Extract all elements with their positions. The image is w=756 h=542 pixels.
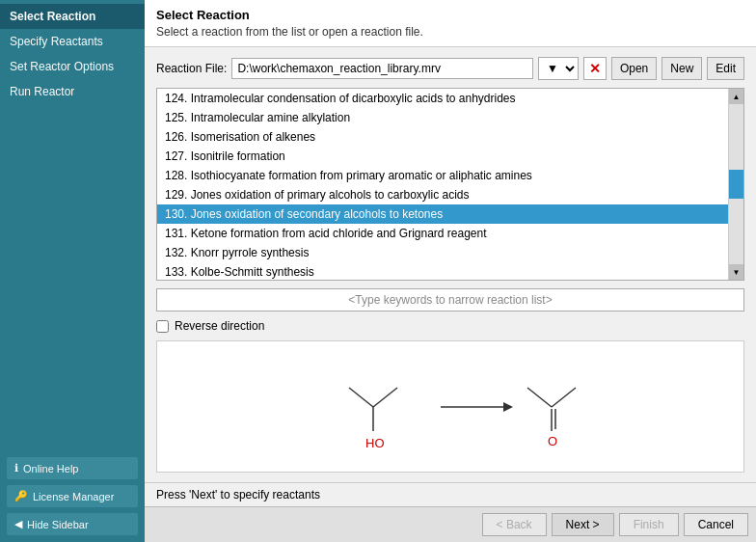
open-file-button[interactable]: Open	[611, 57, 657, 80]
reaction-list-item[interactable]: 127. Isonitrile formation	[157, 147, 728, 166]
main-content: Select Reaction Select a reaction from t…	[145, 0, 756, 542]
reverse-direction-row: Reverse direction	[156, 319, 744, 333]
svg-marker-5	[503, 402, 513, 412]
svg-line-7	[552, 388, 576, 407]
svg-line-0	[349, 388, 373, 407]
status-text: Press 'Next' to specify reactants	[156, 488, 320, 501]
reaction-list-item[interactable]: 132. Knorr pyrrole synthesis	[157, 243, 728, 262]
reaction-list-wrapper: 124. Intramolecular condensation of dica…	[156, 88, 744, 281]
finish-button[interactable]: Finish	[619, 513, 679, 536]
hide-icon: ◀	[14, 518, 22, 530]
svg-text:HO: HO	[365, 436, 385, 450]
svg-text:O: O	[548, 434, 557, 448]
next-button[interactable]: Next >	[552, 513, 614, 536]
reverse-direction-checkbox[interactable]	[156, 320, 169, 333]
reaction-diagram: HO O	[157, 354, 743, 460]
reaction-preview: HO O	[156, 340, 744, 473]
clear-file-button[interactable]: ✕	[583, 57, 607, 80]
help-icon: ℹ	[14, 462, 18, 474]
sidebar-item-set-reactor-options[interactable]: Set Reactor Options	[0, 54, 145, 79]
key-icon: 🔑	[14, 490, 28, 502]
svg-line-6	[527, 388, 552, 407]
svg-line-1	[373, 388, 397, 407]
cancel-button[interactable]: Cancel	[684, 513, 748, 536]
status-bar: Press 'Next' to specify reactants	[145, 482, 756, 506]
reaction-list-item[interactable]: 128. Isothiocyanate formation from prima…	[157, 166, 728, 185]
reaction-list-item[interactable]: 126. Isomerisation of alkenes	[157, 127, 728, 147]
search-box[interactable]: <Type keywords to narrow reaction list>	[156, 288, 744, 312]
sidebar-item-select-reaction[interactable]: Select Reaction	[0, 4, 145, 29]
online-help-button[interactable]: ℹ Online Help	[6, 456, 139, 480]
hide-sidebar-button[interactable]: ◀ Hide Sidebar	[6, 512, 139, 536]
scroll-thumb[interactable]	[729, 170, 743, 199]
content-area: Reaction File: ▼ ✕ Open New Edit 124. In…	[145, 47, 756, 482]
header: Select Reaction Select a reaction from t…	[145, 0, 756, 47]
edit-file-button[interactable]: Edit	[707, 57, 744, 80]
reverse-direction-label[interactable]: Reverse direction	[175, 319, 264, 333]
reaction-file-label: Reaction File:	[156, 62, 227, 75]
sidebar-nav: Select Reaction Specify Reactants Set Re…	[0, 0, 145, 450]
reaction-list: 124. Intramolecular condensation of dica…	[157, 89, 728, 280]
sidebar-bottom: ℹ Online Help 🔑 License Manager ◀ Hide S…	[0, 450, 145, 542]
page-subtitle: Select a reaction from the list or open …	[156, 25, 744, 39]
sidebar-item-run-reactor[interactable]: Run Reactor	[0, 79, 145, 104]
reaction-file-dropdown[interactable]: ▼	[538, 57, 579, 80]
reaction-list-item[interactable]: 133. Kolbe-Schmitt synthesis	[157, 262, 728, 280]
license-manager-button[interactable]: 🔑 License Manager	[6, 484, 139, 508]
reaction-list-item[interactable]: 130. Jones oxidation of secondary alcoho…	[157, 204, 728, 224]
page-title: Select Reaction	[156, 8, 744, 22]
footer-buttons: < Back Next > Finish Cancel	[145, 506, 756, 542]
reaction-list-item[interactable]: 125. Intramolecular amine alkylation	[157, 108, 728, 127]
reaction-list-item[interactable]: 131. Ketone formation from acid chloride…	[157, 224, 728, 243]
reaction-list-item[interactable]: 129. Jones oxidation of primary alcohols…	[157, 185, 728, 204]
scroll-down[interactable]: ▼	[729, 264, 743, 280]
reaction-list-item[interactable]: 124. Intramolecular condensation of dica…	[157, 89, 728, 108]
scroll-up[interactable]: ▲	[729, 89, 743, 104]
reaction-file-input[interactable]	[231, 58, 533, 79]
new-file-button[interactable]: New	[662, 57, 702, 80]
sidebar: Select Reaction Specify Reactants Set Re…	[0, 0, 145, 542]
back-button[interactable]: < Back	[482, 513, 547, 536]
sidebar-item-specify-reactants[interactable]: Specify Reactants	[0, 29, 145, 54]
reaction-file-row: Reaction File: ▼ ✕ Open New Edit	[156, 57, 744, 80]
